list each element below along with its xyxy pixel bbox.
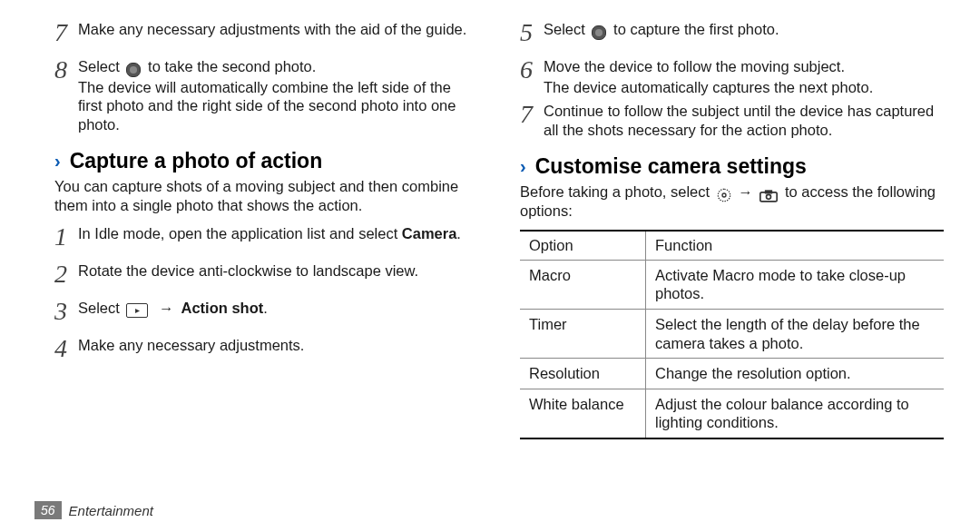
step-subtext: The device will automatically combine th…: [78, 78, 478, 134]
footer-section-name: Entertainment: [69, 503, 153, 518]
context-menu-icon: ▸: [126, 303, 148, 318]
option-desc: Activate Macro mode to take close-up pho…: [646, 260, 945, 309]
camera-options-table: Option Function Macro Activate Macro mod…: [520, 230, 944, 439]
step-bold: Camera: [402, 225, 457, 241]
ctx-glyph: ▸: [135, 305, 140, 317]
option-desc: Change the resolution option.: [646, 359, 945, 389]
step-text-fragment: In Idle mode, open the application list …: [78, 225, 402, 241]
step-text-fragment: to take the second photo.: [148, 58, 316, 74]
right-column: 5 Select to capture the first photo. 6 M…: [520, 18, 944, 439]
table-header-option: Option: [520, 231, 646, 261]
step-number: 3: [54, 295, 78, 327]
step-text: Rotate the device anti-clockwise to land…: [78, 261, 478, 281]
intro-fragment: Before taking a photo, select: [520, 183, 714, 200]
step-text: Select ▸ → Action shot.: [78, 299, 478, 318]
svg-point-0: [722, 193, 726, 197]
shutter-icon: [126, 63, 141, 77]
table-row: Timer Select the length of the delay bef…: [520, 309, 944, 358]
left-continuation-steps: 7 Make any necessary adjustments with th…: [54, 20, 478, 134]
option-name: White balance: [520, 389, 646, 438]
step-bold: Action shot: [178, 300, 264, 316]
table-header-function: Function: [646, 231, 945, 261]
page-footer: 56 Entertainment: [34, 501, 153, 519]
step-text-fragment: Select: [78, 58, 120, 74]
option-name: Resolution: [520, 359, 646, 389]
step-text: Move the device to follow the moving sub…: [544, 57, 944, 96]
table-row: Resolution Change the resolution option.: [520, 359, 944, 389]
chevron-icon: ›: [54, 151, 61, 172]
step-text: Select to capture the first photo.: [544, 20, 944, 39]
page-number: 56: [34, 501, 62, 519]
chevron-icon: ›: [520, 156, 526, 177]
step-number: 1: [54, 221, 78, 252]
left-column: 7 Make any necessary adjustments with th…: [54, 18, 478, 439]
table-row: Macro Activate Macro mode to take close-…: [520, 260, 944, 309]
period: .: [263, 300, 268, 316]
step-number: 8: [54, 54, 78, 85]
table-row: White balance Adjust the colour balance …: [520, 389, 944, 438]
step-number: 7: [520, 98, 544, 130]
step-text-fragment: Select: [544, 21, 585, 37]
option-name: Macro: [520, 260, 646, 309]
section-heading-capture: › Capture a photo of action: [54, 149, 478, 173]
section-title-text: Customise camera settings: [535, 154, 807, 179]
option-name: Timer: [520, 309, 646, 358]
option-desc: Select the length of the delay before th…: [646, 309, 945, 358]
step-text: Make any necessary adjustments.: [78, 336, 478, 355]
left-steps: 1 In Idle mode, open the application lis…: [54, 224, 478, 368]
section-heading-customise: › Customise camera settings: [520, 154, 944, 179]
gear-icon: [717, 188, 731, 202]
section-intro: Before taking a photo, select → to acces…: [520, 182, 944, 221]
step-text: Make any necessary adjustments with the …: [78, 20, 478, 39]
step-text-fragment: to capture the first photo.: [613, 21, 779, 37]
option-desc: Adjust the colour balance according to l…: [646, 389, 945, 438]
step-number: 2: [54, 258, 78, 290]
right-continuation-steps: 5 Select to capture the first photo. 6 M…: [520, 20, 944, 140]
step-text: Select to take the second photo. The dev…: [78, 57, 478, 134]
shutter-icon: [592, 25, 606, 40]
section-intro: You can capture shots of a moving subjec…: [54, 177, 478, 215]
step-number: 7: [54, 16, 78, 48]
step-number: 4: [54, 332, 78, 364]
arrow-icon: →: [159, 300, 174, 316]
step-number: 6: [520, 54, 544, 85]
section-title-text: Capture a photo of action: [70, 149, 323, 173]
svg-point-2: [767, 194, 771, 199]
step-text: In Idle mode, open the application list …: [78, 224, 478, 243]
step-text-fragment: Move the device to follow the moving sub…: [544, 58, 845, 74]
step-number: 5: [520, 16, 544, 48]
arrow-icon: →: [734, 183, 758, 200]
step-subtext: The device automatically captures the ne…: [544, 78, 944, 97]
period: .: [456, 225, 461, 241]
camera-icon: [760, 188, 778, 201]
step-text: Continue to follow the subject until the…: [544, 102, 944, 139]
step-text-fragment: Select: [78, 300, 123, 316]
